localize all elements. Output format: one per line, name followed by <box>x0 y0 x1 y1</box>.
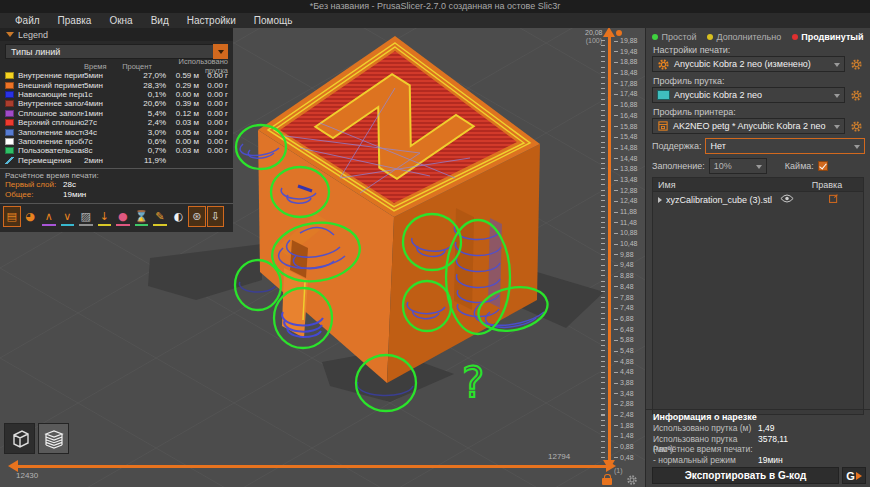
legend-toolbar-icon[interactable]: ✎ <box>151 206 169 227</box>
printer-edit-button[interactable] <box>848 118 865 134</box>
filament-combo[interactable]: Anycubic Kobra 2 neo <box>652 87 845 103</box>
layer-slider[interactable]: 20,08 (100) 19,8819,4818,8818,4817,8817,… <box>585 28 645 487</box>
eye-icon <box>780 194 794 203</box>
mode-option[interactable]: Дополнительно <box>707 32 781 42</box>
legend-toolbar-icon[interactable]: ⌛ <box>133 206 151 227</box>
line-type-swatch <box>5 110 14 117</box>
line-type-swatch <box>5 72 14 79</box>
legend-toolbar-icon[interactable]: ↓ <box>96 206 114 227</box>
menu-item[interactable]: Правка <box>49 13 101 28</box>
moves-slider-max: 12794 <box>548 452 570 461</box>
line-type-swatch <box>5 119 14 126</box>
layer-tick-label: 19,48 <box>614 48 644 55</box>
legend-header[interactable]: Legend <box>0 28 233 41</box>
layers-view-button[interactable] <box>38 423 69 454</box>
play-arrow-icon <box>856 472 862 480</box>
gear-icon <box>657 58 670 71</box>
menu-item[interactable]: Настройки <box>178 13 245 28</box>
slice-info-row: Расчётное время печати: <box>653 444 863 455</box>
layer-tick-label: 16,48 <box>614 112 644 119</box>
legend-toolbar-icon[interactable]: ◕ <box>22 206 40 227</box>
object-list-row[interactable]: xyzCalibration_cube (3).stl <box>653 192 863 207</box>
legend-row: Перемещения 2мин 11,9% <box>0 156 233 165</box>
printer-icon <box>657 120 669 132</box>
legend-toolbar-icon[interactable]: ▤ <box>3 206 21 227</box>
export-gcode-button[interactable]: Экспортировать в G-код <box>652 467 839 484</box>
chevron-down-icon <box>854 145 860 149</box>
total-time: Общее:19мин <box>0 189 233 200</box>
mode-dot-icon <box>652 34 658 40</box>
mode-option[interactable]: Продвинутый <box>792 32 863 42</box>
edit-object-button[interactable] <box>810 193 858 206</box>
layer-tick-label: 9,88 <box>614 251 644 258</box>
3d-view-button[interactable] <box>4 423 35 454</box>
menu-item[interactable]: Файл <box>6 13 49 28</box>
settings-sidebar: Простой Дополнительно Продвинутый Настро… <box>645 28 870 487</box>
legend-row: Внутренние периметры 5мин 27,0% 0.59 м 0… <box>0 71 233 80</box>
layer-tick-label: 13,48 <box>614 176 644 183</box>
menu-item[interactable]: Вид <box>142 13 178 28</box>
legend-toolbar-icon[interactable]: ◐ <box>170 206 188 227</box>
slice-info-row: Использовано прутка (мм³)3578,11 <box>653 434 863 445</box>
legend-toolbar-icon[interactable]: ▨ <box>77 206 95 227</box>
layer-tick-label: 16,88 <box>614 101 644 108</box>
layer-tick-label: 14,48 <box>614 155 644 162</box>
moves-slider-min: 12430 <box>16 471 38 480</box>
layer-tick-label: 19,88 <box>614 37 644 44</box>
slider-settings-gear-icon[interactable] <box>626 474 638 486</box>
legend-toolbar-icon[interactable]: ∨ <box>59 206 77 227</box>
printer-combo[interactable]: AK2NEO petg * Anycubic Kobra 2 neo <box>652 118 845 134</box>
layer-tick-label: 18,88 <box>614 58 644 65</box>
layer-tick-label: 11,48 <box>614 219 644 226</box>
line-type-swatch <box>5 138 14 145</box>
layer-tick-label: 11,88 <box>614 208 644 215</box>
gear-icon <box>850 120 863 133</box>
layer-slider-track[interactable] <box>608 36 611 464</box>
annotation-question-mark: ? <box>462 358 484 407</box>
brim-checkbox[interactable] <box>818 161 828 171</box>
window-titlebar[interactable]: *Без названия - PrusaSlicer-2.7.0 создан… <box>0 0 870 13</box>
menu-item[interactable]: Помощь <box>245 13 302 28</box>
export-gcode-icon-button[interactable]: G <box>842 467 866 484</box>
legend-toolbar-icon[interactable]: ⊛ <box>188 206 206 227</box>
legend-toolbar-icon[interactable]: ∧ <box>40 206 58 227</box>
menu-bar: ФайлПравкаОкнаВидНастройкиПомощь <box>0 13 870 28</box>
moves-slider-right-handle[interactable] <box>606 460 616 472</box>
layers-icon <box>42 427 66 451</box>
print-settings-combo[interactable]: Anycubic Kobra 2 neo (изменено) <box>652 56 845 72</box>
line-type-swatch <box>5 147 14 154</box>
object-list-header: Имя Правка <box>653 178 863 192</box>
filament-edit-button[interactable] <box>848 87 865 103</box>
moves-slider[interactable]: 12794 12430 <box>8 452 626 486</box>
line-type-swatch <box>5 100 14 107</box>
line-type-swatch <box>5 157 14 164</box>
menu-item[interactable]: Окна <box>100 13 141 28</box>
legend-toolbar-icon[interactable]: ⇩ <box>207 206 225 227</box>
legend-row: Верхний сплошной слой 27с 2,4% 0.03 м 0.… <box>0 118 233 127</box>
mode-option[interactable]: Простой <box>652 32 696 42</box>
line-type-swatch <box>5 82 14 89</box>
layer-tick-label: 9,48 <box>614 261 644 268</box>
print-settings-edit-button[interactable] <box>848 56 865 72</box>
support-combo[interactable]: Нет <box>705 138 865 154</box>
view-type-dropdown-button[interactable] <box>213 44 228 59</box>
infill-combo[interactable]: 10% <box>709 158 767 174</box>
layer-slider-upper-handle[interactable] <box>603 28 615 37</box>
expand-arrow-icon[interactable] <box>658 197 662 203</box>
visibility-toggle[interactable] <box>780 194 809 205</box>
legend-toolbar-icon[interactable]: ● <box>114 206 132 227</box>
legend-row: Заполнение пробелов 7с 0,6% 0.00 м 0.00 … <box>0 137 233 146</box>
view-type-dropdown[interactable]: Типы линий <box>5 44 228 59</box>
layer-slider-handle-ring-icon[interactable] <box>616 30 622 36</box>
view-mode-toolbar <box>4 423 69 454</box>
layer-tick-label: 5,48 <box>614 347 644 354</box>
mode-selector: Простой Дополнительно Продвинутый <box>646 28 870 44</box>
moves-slider-track[interactable] <box>16 465 608 468</box>
legend-row: Нависающие периметры 1с 0,1% 0.00 м 0.00… <box>0 90 233 99</box>
layer-tick-label: 3,88 <box>614 379 644 386</box>
legend-row: Внутреннее заполнение 4мин 20,6% 0.39 м … <box>0 99 233 108</box>
viewport-3d[interactable]: ? Legend Типы линий Время Процент Исполь… <box>0 28 645 487</box>
layer-tick-label: 12,48 <box>614 197 644 204</box>
legend-column-headers: Время Процент Использовано прутка <box>0 61 233 71</box>
legend-row: Заполнение мостов 34с 3,0% 0.05 м 0.00 г <box>0 127 233 136</box>
